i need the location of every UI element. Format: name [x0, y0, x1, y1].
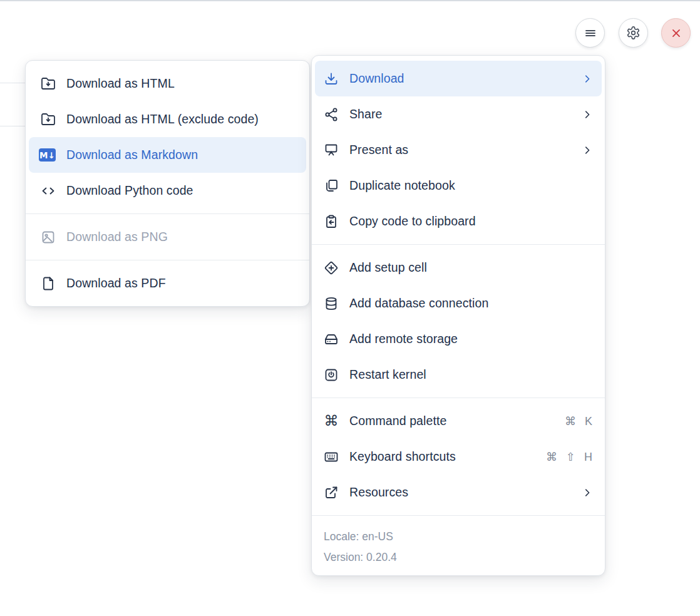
settings-gear-icon	[626, 26, 641, 40]
clipboard-copy-icon	[324, 214, 339, 229]
background-cell-border	[0, 126, 26, 126]
hamburger-menu-icon	[583, 26, 598, 41]
folder-down-icon	[41, 76, 56, 91]
menu-item-label: Keyboard shortcuts	[349, 449, 456, 464]
markdown-icon: M↓	[41, 148, 56, 163]
menu-item-add-remote-storage[interactable]: Add remote storage	[315, 321, 602, 357]
version-text: Version: 0.20.4	[324, 547, 593, 568]
background-cell-border	[0, 83, 26, 83]
menu-item-download-as-markdown[interactable]: M↓ Download as Markdown	[29, 137, 306, 173]
menu-item-download-as-png[interactable]: Download as PNG	[29, 219, 306, 255]
menu-item-label: Present as	[349, 143, 408, 157]
menu-item-present-as[interactable]: Present as	[315, 132, 602, 168]
chevron-right-icon	[582, 145, 593, 156]
menu-item-label: Download as Markdown	[66, 148, 198, 162]
menu-item-add-setup-cell[interactable]: Add setup cell	[315, 250, 602, 285]
menu-item-command-palette[interactable]: ⌘ Command palette ⌘ K	[315, 403, 602, 439]
menu-item-copy-code-to-clipboard[interactable]: Copy code to clipboard	[315, 203, 602, 239]
settings-button[interactable]	[619, 18, 648, 48]
database-icon	[324, 296, 339, 311]
menu-item-download-as-html[interactable]: Download as HTML	[29, 66, 306, 101]
menu-item-label: Download Python code	[66, 183, 193, 198]
menu-item-download-python-code[interactable]: Download Python code	[29, 173, 306, 208]
folder-down-icon	[41, 112, 56, 127]
file-icon	[41, 276, 56, 291]
divider	[312, 244, 605, 245]
page-top-border	[0, 0, 700, 1]
image-icon	[41, 230, 56, 245]
menu-footer: Locale: en-US Version: 0.20.4	[312, 521, 605, 570]
menu-item-restart-kernel[interactable]: Restart kernel	[315, 357, 602, 393]
notebook-actions-menu: Download Share Present as	[311, 55, 605, 576]
menu-item-share[interactable]: Share	[315, 96, 602, 132]
close-notebook-button[interactable]	[661, 18, 691, 48]
locale-text: Locale: en-US	[324, 526, 593, 547]
menu-item-download[interactable]: Download	[315, 61, 602, 96]
presentation-icon	[324, 143, 339, 158]
power-icon	[324, 367, 339, 382]
close-icon	[669, 26, 683, 40]
notebook-menu-button[interactable]	[575, 18, 605, 48]
menu-item-resources[interactable]: Resources	[315, 475, 602, 510]
divider	[26, 213, 309, 214]
command-icon: ⌘	[324, 414, 339, 429]
chevron-right-icon	[582, 109, 593, 120]
duplicate-icon	[324, 178, 339, 193]
hard-drive-icon	[324, 332, 339, 347]
code-icon	[41, 183, 56, 198]
menu-item-label: Restart kernel	[349, 367, 426, 382]
shortcut-hint: ⌘ ⇧ H	[546, 450, 593, 464]
divider	[312, 398, 605, 398]
menu-item-label: Share	[349, 107, 383, 121]
menu-item-label: Download	[349, 71, 404, 86]
menu-item-label: Download as HTML	[66, 76, 175, 91]
chevron-right-icon	[582, 487, 593, 498]
menu-item-add-database-connection[interactable]: Add database connection	[315, 285, 602, 321]
menu-item-label: Resources	[349, 485, 408, 500]
divider	[26, 260, 309, 260]
divider	[312, 515, 605, 516]
external-link-icon	[324, 485, 339, 500]
menu-item-label: Command palette	[349, 414, 446, 428]
diamond-plus-icon	[324, 260, 339, 275]
menu-item-duplicate-notebook[interactable]: Duplicate notebook	[315, 168, 602, 203]
menu-item-label: Download as PDF	[66, 276, 166, 290]
chevron-right-icon	[582, 73, 593, 85]
menu-item-label: Add database connection	[349, 296, 488, 311]
download-icon	[324, 71, 339, 86]
share-icon	[324, 107, 339, 122]
download-submenu: Download as HTML Download as HTML (exclu…	[25, 60, 310, 307]
menu-item-keyboard-shortcuts[interactable]: Keyboard shortcuts ⌘ ⇧ H	[315, 439, 602, 475]
menu-item-label: Download as HTML (exclude code)	[66, 112, 259, 126]
menu-item-download-as-pdf[interactable]: Download as PDF	[29, 265, 306, 301]
keyboard-icon	[324, 449, 339, 465]
menu-item-download-as-html-exclude-code[interactable]: Download as HTML (exclude code)	[29, 101, 306, 137]
shortcut-hint: ⌘ K	[565, 414, 593, 428]
menu-item-label: Duplicate notebook	[349, 178, 455, 193]
menu-item-label: Copy code to clipboard	[349, 214, 476, 228]
menu-item-label: Download as PNG	[66, 230, 168, 244]
menu-item-label: Add setup cell	[349, 260, 427, 275]
menu-item-label: Add remote storage	[349, 332, 458, 346]
